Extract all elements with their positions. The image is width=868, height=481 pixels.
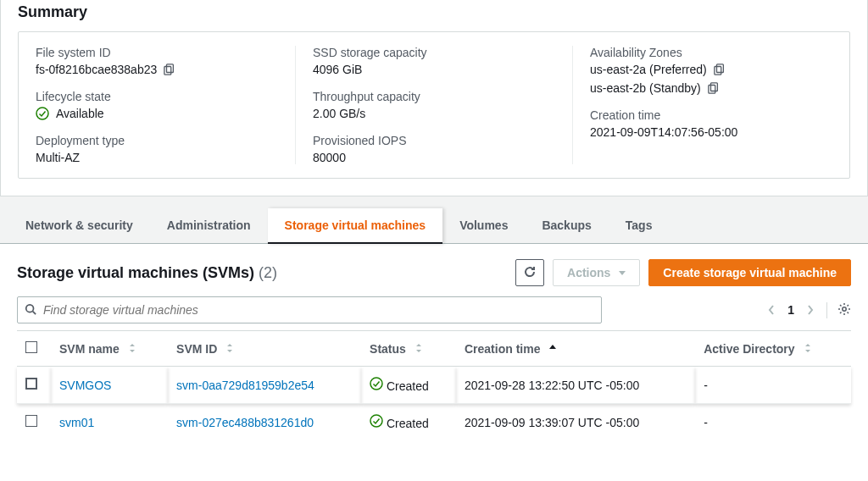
row-checkbox[interactable]: [25, 415, 37, 427]
tab-backups[interactable]: Backups: [525, 208, 608, 244]
svg-point-10: [370, 378, 382, 390]
tab-volumes[interactable]: Volumes: [442, 208, 525, 244]
sort-icon: [225, 343, 234, 353]
sort-asc-icon: [548, 343, 557, 353]
tab-tags[interactable]: Tags: [609, 208, 670, 244]
actions-dropdown[interactable]: Actions: [553, 259, 640, 286]
svg-point-11: [370, 415, 382, 427]
svg-point-7: [26, 304, 34, 312]
creation-time-value: 2021-09-09T14:07:56-05:00: [590, 125, 832, 139]
refresh-button[interactable]: [515, 259, 544, 286]
piops-label: Provisioned IOPS: [313, 134, 555, 147]
svm-name-link[interactable]: svm01: [59, 416, 94, 429]
lifecycle-value: Available: [56, 107, 104, 120]
create-svm-button[interactable]: Create storage virtual machine: [648, 259, 851, 286]
copy-icon[interactable]: [708, 82, 720, 94]
search-input[interactable]: [43, 303, 594, 317]
check-circle-icon: [370, 377, 383, 390]
select-all-checkbox[interactable]: [25, 341, 37, 353]
svg-point-2: [36, 108, 48, 119]
tab-administration[interactable]: Administration: [150, 208, 268, 244]
sort-icon: [128, 343, 136, 353]
copy-icon[interactable]: [714, 64, 726, 75]
pager-prev[interactable]: [767, 304, 776, 316]
svg-rect-4: [715, 67, 721, 75]
throughput-label: Throughput capacity: [313, 90, 555, 103]
settings-button[interactable]: [826, 302, 851, 318]
file-system-id-label: File system ID: [36, 46, 278, 59]
ad-cell: -: [695, 367, 851, 404]
sort-icon: [804, 343, 812, 353]
svg-rect-6: [709, 86, 715, 94]
col-svm-id[interactable]: SVM ID: [168, 331, 361, 367]
sort-icon: [415, 343, 423, 353]
pager: 1: [767, 302, 851, 318]
deployment-type-value: Multi-AZ: [36, 151, 278, 164]
col-active-directory[interactable]: Active Directory: [695, 331, 851, 367]
svg-rect-1: [164, 67, 171, 75]
az-standby: us-east-2b (Standby): [590, 81, 701, 95]
creation-time-cell: 2021-09-09 13:39:07 UTC -05:00: [456, 404, 695, 441]
creation-time-label: Creation time: [590, 108, 832, 122]
search-input-wrap[interactable]: [17, 296, 602, 323]
status-value: Created: [387, 417, 429, 430]
summary-heading: Summary: [18, 0, 850, 31]
check-circle-icon: [36, 107, 49, 120]
svm-name-link[interactable]: SVMGOS: [59, 379, 111, 392]
svm-section-title: Storage virtual machines (SVMs) (2): [17, 264, 277, 282]
pager-next[interactable]: [806, 304, 815, 316]
az-preferred: us-east-2a (Preferred): [590, 63, 707, 76]
svm-id-link[interactable]: svm-027ec488b831261d0: [176, 416, 314, 429]
tab-network-security[interactable]: Network & security: [8, 208, 150, 244]
refresh-icon: [523, 265, 537, 281]
col-status[interactable]: Status: [361, 331, 456, 367]
file-system-id-value: fs-0f8216bcae838ab23: [36, 63, 157, 76]
svg-rect-0: [167, 64, 174, 73]
row-checkbox[interactable]: [25, 378, 37, 390]
tabs: Network & security Administration Storag…: [0, 208, 868, 244]
col-svm-name[interactable]: SVM name: [51, 331, 168, 367]
caret-down-icon: [619, 271, 626, 275]
ssd-label: SSD storage capacity: [313, 46, 555, 59]
check-circle-icon: [370, 414, 383, 428]
svg-point-9: [843, 307, 846, 310]
search-icon: [25, 303, 36, 318]
creation-time-cell: 2021-09-28 13:22:50 UTC -05:00: [456, 367, 695, 404]
svg-rect-5: [710, 83, 717, 91]
deployment-type-label: Deployment type: [36, 134, 278, 147]
table-row: SVMGOS svm-0aa729d81959b2e54 Created 202…: [17, 367, 851, 404]
col-creation-time[interactable]: Creation time: [456, 331, 695, 367]
status-value: Created: [387, 379, 429, 393]
copy-icon[interactable]: [164, 64, 175, 75]
summary-box: File system ID fs-0f8216bcae838ab23 Life…: [18, 31, 850, 179]
pager-page: 1: [787, 303, 794, 317]
svg-rect-3: [716, 64, 723, 73]
svm-id-link[interactable]: svm-0aa729d81959b2e54: [176, 379, 314, 392]
table-row: svm01 svm-027ec488b831261d0 Created 2021…: [17, 404, 851, 441]
ssd-value: 4096 GiB: [313, 63, 555, 76]
ad-cell: -: [695, 404, 851, 441]
piops-value: 80000: [313, 151, 555, 164]
svg-line-8: [33, 311, 36, 314]
lifecycle-label: Lifecycle state: [36, 90, 278, 103]
az-label: Availability Zones: [590, 46, 832, 59]
svm-table: SVM name SVM ID Status Creation time: [17, 330, 851, 440]
throughput-value: 2.00 GB/s: [313, 107, 555, 120]
tab-storage-virtual-machines[interactable]: Storage virtual machines: [268, 208, 443, 244]
